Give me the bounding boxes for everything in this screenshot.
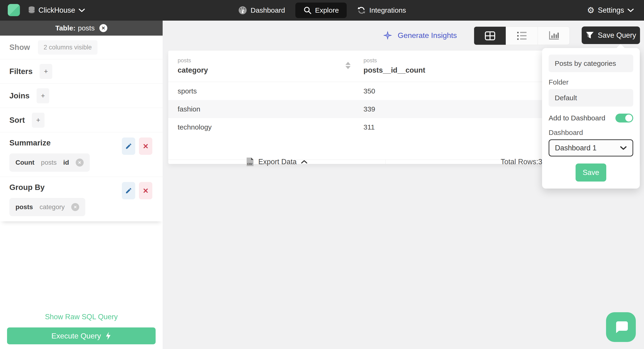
edit-summarize-button[interactable] (122, 137, 135, 155)
group-by-column: category (40, 203, 65, 211)
selected-table-header: Table: posts ✕ (0, 21, 163, 36)
chevron-down-icon (627, 8, 634, 12)
add-to-dashboard-toggle[interactable] (616, 114, 633, 122)
nav-explore[interactable]: Explore (295, 2, 347, 18)
save-query-button[interactable]: Save Query (582, 26, 640, 44)
settings-menu[interactable]: ⚙ Settings (587, 0, 634, 21)
chevron-down-icon (78, 8, 85, 12)
column-group-label: posts (178, 57, 354, 64)
cell-category: fashion (168, 105, 354, 113)
gear-icon: ⚙ (587, 6, 594, 14)
pencil-icon (125, 143, 132, 150)
joins-label: Joins (9, 91, 30, 100)
popover-save-button[interactable]: Save (576, 163, 606, 182)
export-data-label: Export Data (258, 158, 297, 166)
settings-label: Settings (598, 6, 624, 14)
datasource-selector[interactable]: ClickHouse (28, 0, 85, 21)
query-name-input[interactable] (548, 54, 633, 72)
nav-dashboard[interactable]: Dashboard (234, 2, 289, 18)
view-table-button[interactable] (474, 27, 506, 45)
query-builder-sections: Show 2 columns visible Filters + Joins +… (0, 36, 163, 221)
sort-desc-icon (346, 66, 350, 69)
group-by-chip: posts category ✕ (9, 198, 85, 216)
app-logo (8, 4, 20, 16)
joins-section: Joins + (0, 84, 163, 108)
add-join-button[interactable]: + (36, 88, 49, 103)
view-chart-button[interactable] (538, 27, 570, 45)
show-raw-sql-link[interactable]: Show Raw SQL Query (0, 313, 163, 321)
show-section: Show 2 columns visible (0, 36, 163, 59)
show-label: Show (9, 43, 30, 52)
search-icon (303, 6, 312, 14)
sparkle-icon (383, 30, 392, 40)
sort-label: Sort (9, 116, 25, 125)
gauge-icon (238, 6, 247, 15)
remove-table-button[interactable]: ✕ (99, 24, 107, 32)
view-list-button[interactable] (506, 27, 538, 45)
chevron-down-icon (620, 146, 627, 150)
cell-category: sports (168, 87, 354, 95)
save-query-label: Save Query (598, 31, 636, 39)
remove-group-by-chip-button[interactable]: ✕ (71, 203, 79, 211)
dashboard-select[interactable]: Dashboard 1 (548, 139, 633, 156)
group-by-table: posts (16, 203, 33, 211)
nav-explore-label: Explore (315, 6, 339, 14)
execute-query-button[interactable]: Execute Query (7, 328, 156, 344)
datasource-label: ClickHouse (38, 6, 75, 14)
main-nav: Dashboard Explore Integrations (234, 0, 410, 21)
filters-label: Filters (9, 67, 32, 76)
group-by-actions: ✕ (122, 182, 152, 199)
dashboard-select-value: Dashboard 1 (555, 144, 597, 152)
summarize-chip: Count posts id ✕ (9, 153, 90, 172)
total-rows-label: Total Rows: (501, 158, 538, 166)
sort-asc-icon (346, 62, 350, 65)
add-to-dashboard-row: Add to Dashboard (548, 114, 633, 122)
group-by-label: Group By (9, 183, 44, 192)
column-header-category[interactable]: posts category (168, 51, 354, 82)
folder-input[interactable] (548, 89, 633, 107)
execute-query-label: Execute Query (51, 332, 101, 340)
svg-text:CSV: CSV (247, 163, 253, 165)
add-filter-button[interactable]: + (40, 64, 52, 79)
table-view-icon (485, 31, 496, 40)
columns-visible-chip[interactable]: 2 columns visible (38, 40, 98, 54)
pencil-icon (125, 187, 132, 194)
popover-caret (616, 44, 625, 53)
lightning-icon (105, 332, 111, 340)
summarize-section: Summarize ✕ Count posts id ✕ (0, 132, 163, 177)
sort-section: Sort + (0, 108, 163, 132)
list-view-icon (517, 31, 527, 40)
add-to-dashboard-label: Add to Dashboard (548, 114, 605, 122)
summarize-column: id (63, 159, 69, 166)
database-icon (28, 6, 35, 14)
cell-category: technology (168, 123, 354, 131)
save-query-popover: Folder Add to Dashboard Dashboard Dashbo… (542, 48, 640, 189)
dashboard-label: Dashboard (548, 129, 633, 137)
csv-file-icon: CSV (246, 157, 254, 167)
table-name: posts (78, 24, 95, 32)
chat-widget-button[interactable] (606, 312, 636, 342)
query-builder-sidebar: Table: posts ✕ Show 2 columns visible Fi… (0, 21, 163, 349)
chart-view-icon (548, 31, 559, 40)
edit-group-by-button[interactable] (122, 182, 135, 199)
generate-insights-button[interactable]: Generate Insights (383, 30, 457, 40)
add-sort-button[interactable]: + (32, 113, 44, 128)
nav-dashboard-label: Dashboard (250, 6, 285, 14)
remove-group-by-button[interactable]: ✕ (139, 182, 152, 199)
folder-label: Folder (548, 78, 633, 86)
summarize-label: Summarize (9, 138, 50, 147)
group-by-section: Group By ✕ posts category ✕ (0, 177, 163, 221)
nav-integrations[interactable]: Integrations (353, 2, 410, 18)
remove-summarize-button[interactable]: ✕ (139, 137, 152, 155)
view-mode-toggle (474, 26, 570, 45)
generate-insights-label: Generate Insights (398, 31, 457, 40)
top-navigation-bar: ClickHouse Dashboard Explore (0, 0, 644, 21)
chat-bubble-icon (613, 321, 629, 334)
filters-section: Filters + (0, 59, 163, 84)
summarize-agg: Count (16, 159, 34, 166)
remove-summarize-chip-button[interactable]: ✕ (76, 159, 84, 167)
sync-icon (357, 6, 366, 15)
summarize-actions: ✕ (122, 137, 152, 155)
export-data-button[interactable]: CSV Export Data (168, 160, 386, 164)
sort-toggle-icon[interactable] (346, 62, 350, 69)
